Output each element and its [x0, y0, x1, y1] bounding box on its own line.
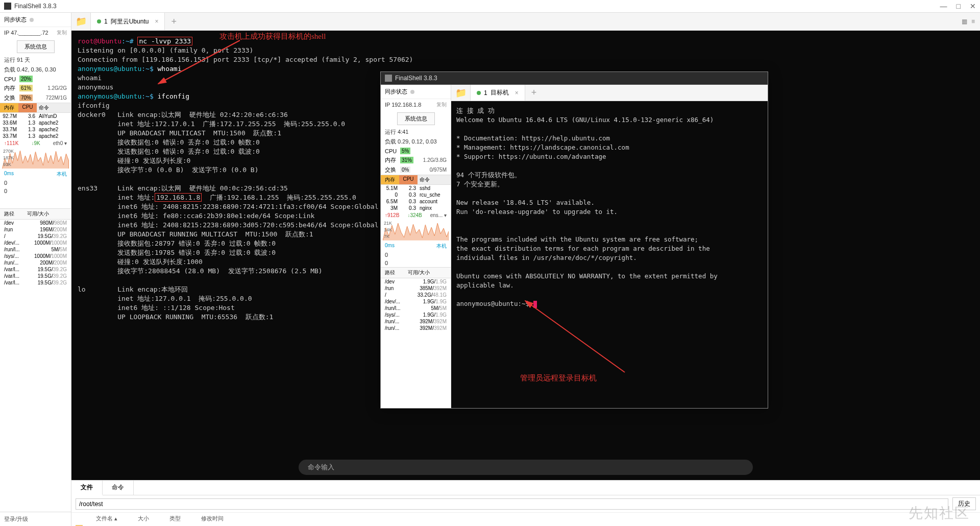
fs-row[interactable]: /dev980M/980M [0, 220, 71, 226]
swap-value: 0% [400, 166, 410, 173]
fs-row[interactable]: /run/l...5M/5M [381, 305, 451, 312]
proc-col-mem[interactable]: 内存 [381, 175, 399, 184]
path-input[interactable] [76, 498, 948, 510]
open-folder-button[interactable]: 📁 [451, 85, 471, 101]
load: 负载 0.29, 0.12, 0.03 [381, 137, 451, 147]
tab-close-button[interactable]: × [515, 89, 519, 97]
window-close-button[interactable]: ✕ [970, 2, 976, 10]
fs-row[interactable]: /sys/...1.9G/1.9G [381, 312, 451, 318]
fs-row[interactable]: /run196M/200M [0, 226, 71, 233]
net-sparkline: 21K14K7K [383, 220, 449, 241]
ip-display: IP 192.168.1.8 [385, 102, 421, 108]
fs-row[interactable]: /run385M/392M [381, 285, 451, 292]
process-row[interactable]: 00.3rcu_sche [381, 192, 451, 198]
session-tab[interactable]: 1 阿里云Ubuntu × [91, 13, 165, 30]
sync-dot-icon [410, 90, 414, 94]
app-title: FinalShell 3.8.3 [14, 3, 940, 10]
proc-col-cpu[interactable]: CPU [18, 103, 37, 112]
status-dot-icon [97, 19, 101, 23]
mem-label: 内存 [4, 84, 17, 92]
tab-close-button[interactable]: × [155, 18, 158, 25]
grid-view-icon[interactable]: ▦ [962, 18, 967, 25]
annotation-attack: 攻击机上成功获得目标机的shell [219, 32, 326, 41]
terminal-target[interactable]: 连 接 成 功 Welcome to Ubuntu 16.04.6 LTS (G… [451, 101, 768, 408]
system-info-button[interactable]: 系统信息 [17, 40, 55, 53]
fs-row[interactable]: /33.2G/48.1G [381, 292, 451, 298]
proc-col-cmd[interactable]: 命令 [37, 103, 71, 112]
add-tab-button[interactable]: + [525, 87, 543, 98]
process-row[interactable]: 3M0.3nginx [381, 205, 451, 211]
latency-sparkline [2, 196, 69, 207]
tab-title: 目标机 [491, 88, 509, 97]
proc-col-cmd[interactable]: 命令 [418, 175, 451, 184]
sync-label: 同步状态 [4, 16, 27, 23]
highlighted-ip: 192.168.1.8 [155, 193, 202, 202]
fs-row[interactable]: /dev/...1.9G/1.9G [381, 298, 451, 305]
fs-row[interactable]: /run/...392M/392M [381, 318, 451, 325]
tab-num: 1 [104, 18, 108, 25]
login-upgrade-button[interactable]: 登录/升级 [0, 512, 71, 526]
process-row[interactable]: 5.1M2.3sshd [381, 185, 451, 192]
copy-ip-button[interactable]: 复制 [57, 29, 67, 36]
history-button[interactable]: 历史 [952, 497, 976, 510]
fs-row[interactable]: /run/...392M/392M [381, 325, 451, 331]
latency-lbl: 本机 [436, 243, 447, 250]
fs-row[interactable]: /dev/...1000M/1000M [0, 240, 71, 246]
col-type[interactable]: 类型 [169, 515, 201, 522]
fs-row[interactable]: /dev1.9G/1.9G [381, 278, 451, 285]
fs-col-size[interactable]: 可用/大小 [408, 269, 430, 276]
copy-ip-button[interactable]: 复制 [436, 101, 447, 108]
add-tab-button[interactable]: + [165, 16, 183, 27]
tab-num: 1 [484, 89, 487, 97]
fs-row[interactable]: /run/...200M/200M [0, 259, 71, 266]
tab-files[interactable]: 文件 [71, 481, 103, 495]
swap-label: 交换 [4, 94, 17, 102]
list-view-icon[interactable]: ≡ [971, 18, 975, 25]
col-size[interactable]: 大小 [138, 515, 169, 522]
process-row[interactable]: 33.7M1.3apache2 [0, 126, 71, 133]
sync-status: 同步状态 [0, 13, 71, 27]
session-tab[interactable]: 1 目标机 × [471, 85, 525, 101]
fs-row[interactable]: /var/l...19.5G/39.2G [0, 279, 71, 286]
open-folder-button[interactable]: 📁 [71, 13, 91, 30]
tab-commands[interactable]: 命令 [103, 481, 134, 495]
titlebar: FinalShell 3.8.3 — □ ✕ [0, 0, 980, 13]
mem-total: 1.2G/2G [47, 85, 67, 91]
fs-col-size[interactable]: 可用/大小 [27, 210, 49, 218]
highlighted-command: nc -lvvp 2333 [137, 37, 192, 45]
fs-col-path[interactable]: 路径 [4, 210, 27, 218]
fs-row[interactable]: /sys/...1000M/1000M [0, 253, 71, 259]
col-filename[interactable]: 文件名 ▴ [96, 515, 138, 522]
net-device-select[interactable]: eth0 ▾ [53, 140, 67, 146]
command-input[interactable]: 命令输入 [299, 460, 753, 475]
app-logo-icon [4, 3, 11, 10]
sync-dot-icon [30, 18, 34, 22]
fs-row[interactable]: /var/l...19.5G/39.2G [0, 273, 71, 279]
win2-sidebar: 同步状态 IP 192.168.1.8复制 系统信息 运行 4:41 负载 0.… [381, 85, 451, 408]
process-row[interactable]: 33.7M1.3apache2 [0, 133, 71, 139]
process-row[interactable]: 33.6M1.3apache2 [0, 119, 71, 126]
win2-title: FinalShell 3.8.3 [395, 75, 764, 82]
process-row[interactable]: 6.5M0.3account [381, 198, 451, 205]
annotation-admin: 管理员远程登录目标机 [520, 373, 597, 382]
col-mtime[interactable]: 修改时间 [201, 515, 244, 522]
net-device-select[interactable]: ens... ▾ [430, 212, 447, 218]
fs-col-path[interactable]: 路径 [385, 269, 408, 276]
svg-line-1 [525, 301, 625, 372]
proc-col-cpu[interactable]: CPU [399, 175, 418, 184]
cpu-value: 20% [19, 76, 33, 82]
window-max-button[interactable]: □ [957, 2, 961, 10]
fs-row[interactable]: /19.5G/39.2G [0, 233, 71, 240]
cursor-icon [533, 301, 537, 308]
proc-col-mem[interactable]: 内存 [0, 103, 18, 112]
mem-value: 61% [19, 85, 33, 91]
cpu-label: CPU [4, 76, 17, 82]
process-row[interactable]: 92.7M3.6AliYunD [0, 113, 71, 119]
fs-row[interactable]: /run/l...5M/5M [0, 246, 71, 253]
latency-lbl: 本机 [57, 171, 67, 178]
system-info-button[interactable]: 系统信息 [397, 112, 435, 125]
load: 负载 0.42, 0.36, 0.30 [0, 65, 71, 75]
net-down: ↓324B [407, 212, 422, 218]
window-min-button[interactable]: — [940, 2, 947, 10]
fs-row[interactable]: /var/l...19.5G/39.2G [0, 266, 71, 273]
